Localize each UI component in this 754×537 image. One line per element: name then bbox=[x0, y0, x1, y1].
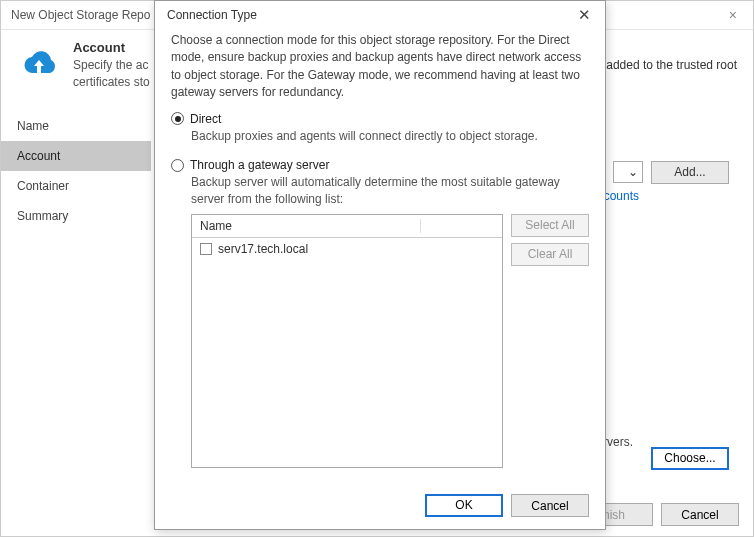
cancel-button[interactable]: Cancel bbox=[511, 494, 589, 517]
wizard-header-text: Account Specify the ac certificates sto bbox=[73, 40, 150, 91]
gateway-server-list: Name serv17.tech.local bbox=[191, 214, 503, 468]
wizard-title: New Object Storage Repo bbox=[11, 8, 150, 22]
list-item[interactable]: serv17.tech.local bbox=[192, 240, 502, 258]
nav-item-name[interactable]: Name bbox=[1, 111, 151, 141]
connection-type-dialog: Connection Type ✕ Choose a connection mo… bbox=[154, 0, 606, 530]
dialog-content: Choose a connection mode for this object… bbox=[155, 28, 605, 484]
choose-button[interactable]: Choose... bbox=[651, 447, 729, 470]
cancel-button[interactable]: Cancel bbox=[661, 503, 739, 526]
close-icon[interactable]: ✕ bbox=[574, 7, 595, 22]
nav-item-summary[interactable]: Summary bbox=[1, 201, 151, 231]
select-all-button: Select All bbox=[511, 214, 589, 237]
radio-gateway[interactable]: Through a gateway server bbox=[171, 158, 589, 172]
credentials-dropdown[interactable]: ⌄ bbox=[613, 161, 643, 183]
dialog-footer: OK Cancel bbox=[155, 484, 605, 529]
chevron-down-icon: ⌄ bbox=[628, 165, 638, 179]
clear-all-button: Clear All bbox=[511, 243, 589, 266]
radio-direct-label: Direct bbox=[190, 112, 221, 126]
radio-group-direct: Direct Backup proxies and agents will co… bbox=[171, 112, 589, 151]
dialog-title: Connection Type bbox=[167, 8, 257, 22]
list-item-label: serv17.tech.local bbox=[218, 242, 308, 256]
gateway-list-area: Name serv17.tech.local Select All Clear … bbox=[191, 214, 589, 468]
radio-direct[interactable]: Direct bbox=[171, 112, 589, 126]
list-header-name[interactable]: Name bbox=[200, 219, 421, 233]
nav-item-container[interactable]: Container bbox=[1, 171, 151, 201]
radio-icon bbox=[171, 159, 184, 172]
radio-gateway-desc: Backup server will automatically determi… bbox=[191, 174, 589, 208]
dialog-description: Choose a connection mode for this object… bbox=[171, 32, 589, 102]
wizard-header-tail: added to the trusted root bbox=[606, 40, 737, 72]
radio-direct-desc: Backup proxies and agents will connect d… bbox=[191, 128, 589, 145]
radio-gateway-label: Through a gateway server bbox=[190, 158, 329, 172]
close-icon[interactable]: × bbox=[723, 7, 743, 23]
nav-item-account[interactable]: Account bbox=[1, 141, 151, 171]
add-button[interactable]: Add... bbox=[651, 161, 729, 184]
radio-icon bbox=[171, 112, 184, 125]
list-header-blank bbox=[421, 219, 494, 233]
wizard-nav: Name Account Container Summary bbox=[1, 101, 151, 516]
cloud-upload-icon bbox=[17, 40, 61, 84]
wizard-header-title: Account bbox=[73, 40, 150, 55]
list-side-buttons: Select All Clear All bbox=[511, 214, 589, 468]
ok-button[interactable]: OK bbox=[425, 494, 503, 517]
list-body: serv17.tech.local bbox=[192, 238, 502, 467]
list-header: Name bbox=[192, 215, 502, 238]
wizard-header-desc: Specify the ac certificates sto bbox=[73, 57, 150, 91]
checkbox[interactable] bbox=[200, 243, 212, 255]
dialog-titlebar: Connection Type ✕ bbox=[155, 1, 605, 28]
radio-group-gateway: Through a gateway server Backup server w… bbox=[171, 158, 589, 468]
